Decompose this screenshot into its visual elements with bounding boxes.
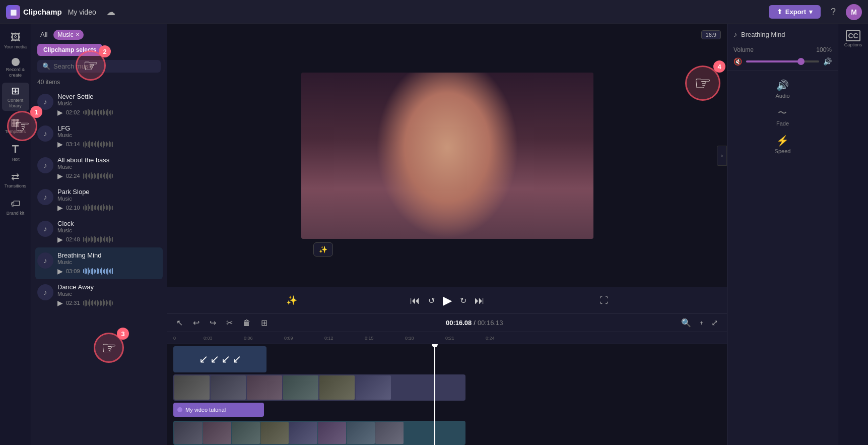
track-clip-arrows[interactable]: ↙ ↙ ↙ ↙ [173,346,266,372]
waveform-1 [83,140,161,148]
track-clip-title[interactable]: My video tutorial [173,403,264,417]
replay5-btn[interactable]: ↺ [428,296,435,305]
waveform-6 [83,299,161,307]
search-input[interactable] [53,62,156,70]
video-thumb-5 [356,375,391,400]
forward5-btn[interactable]: ↻ [460,296,466,305]
record-icon [12,58,20,66]
record-label: Record & create [3,67,28,78]
sidebar-item-text[interactable]: T Text [2,140,29,165]
zoom-in-btn[interactable]: + [696,318,706,328]
search-box: 🔍 [37,60,161,73]
music-duration-1: 03:14 [66,141,80,147]
music-item-all-about-the-bass[interactable]: ♪ All about the bass Music ▶ 02:24 [35,152,163,184]
redo-btn[interactable]: ↪ [207,317,219,329]
fit-timeline-btn[interactable]: ⤢ [708,317,721,329]
music-item-park-slope[interactable]: ♪ Park Slope Music ▶ 02:10 [35,184,163,216]
play-btn-4[interactable]: ▶ [57,235,63,243]
export-button[interactable]: ⬆ Export ▾ [769,5,821,19]
fade-icon: 〜 [778,107,787,119]
music-item-lfg[interactable]: ♪ LFG Music ▶ 03:14 [35,120,163,152]
text-icon: T [12,143,19,156]
filter-music-btn[interactable]: Music ✕ [53,30,83,40]
cursor-tool-btn[interactable]: ↖ [173,317,186,329]
music-item-clock[interactable]: ♪ Clock Music ▶ 02:48 [35,216,163,247]
music-icon-4: ♪ [37,221,53,237]
music-item-breathing-mind[interactable]: ♪ Breathing Mind Music ▶ 03:09 [35,247,163,279]
music-cat-4: Music [57,227,161,233]
timeline-area: ↖ ↩ ↪ ✂ 🗑 ⊞ 00:16.08 / 00:16.13 🔍 + ⤢ [167,314,727,445]
music-duration-2: 02:24 [66,173,80,179]
filter-close-icon[interactable]: ✕ [76,32,80,37]
filter-all-btn[interactable]: All [37,29,50,40]
play-btn-2[interactable]: ▶ [57,172,63,180]
music-name-1: LFG [57,124,161,132]
zoom-controls: 🔍 + ⤢ [678,317,721,329]
play-btn-6[interactable]: ▶ [57,299,63,307]
your-media-label: Your media [4,44,27,50]
cloud-sync-btn[interactable]: ☁ [102,5,119,20]
play-btn-5[interactable]: ▶ [57,267,63,275]
volume-label-row: Volume 100% [733,46,832,53]
sidebar-item-content-library[interactable]: ⊞ Content library [2,83,29,111]
track-audio-bg-clip[interactable] [173,421,465,445]
music-list: ♪ Never Settle Music ▶ 02:02 [31,89,167,445]
play-btn-3[interactable]: ▶ [57,204,63,212]
timeline-tracks: ↙ ↙ ↙ ↙ [167,344,727,445]
search-icon: 🔍 [42,62,50,70]
delete-btn[interactable]: 🗑 [240,317,254,329]
video-thumb-4 [319,375,355,400]
sidebar-item-record[interactable]: Record & create [2,55,29,81]
speed-label: Speed [775,148,791,154]
fade-btn[interactable]: 〜 Fade [772,103,793,131]
cut-btn[interactable]: ✂ [223,317,236,329]
fade-label: Fade [776,120,789,126]
right-panel: ♪ Breathing Mind Volume 100% 🔇 🔊 🔊 A [727,24,838,445]
title-text: My video tutorial [185,407,226,413]
brand-kit-label: Brand kit [7,211,25,216]
music-controls-1: ▶ 03:14 [57,140,161,148]
volume-slider[interactable] [746,60,819,62]
play-btn-1[interactable]: ▶ [57,140,63,148]
music-item-dance-away[interactable]: ♪ Dance Away Music ▶ 02:31 [35,279,163,311]
export-label: Export [785,8,806,16]
magic-tools-btn[interactable]: ✨ [313,242,333,257]
captions-icon: CC [846,30,860,41]
speed-btn[interactable]: ⚡ Speed [771,131,795,158]
sidebar-item-your-media[interactable]: 🖼 Your media [2,28,29,53]
magic-btn[interactable]: ✨ [286,295,297,306]
waveform-2 [83,172,161,180]
help-button[interactable]: ? [827,5,840,19]
more-tools-btn[interactable]: ⊞ [258,317,271,329]
music-name-5: Breathing Mind [57,251,161,259]
music-cat-0: Music [57,100,161,106]
play-pause-btn[interactable]: ▶ [443,293,452,307]
music-info-6: Dance Away Music ▶ 02:31 [57,283,161,307]
video-thumb-0 [174,375,210,400]
templates-icon: ▦ [11,116,20,128]
track-clip-video[interactable] [173,374,465,401]
timeline-collapse-btn[interactable]: › [717,146,727,166]
sidebar-item-templates[interactable]: ▦ Templates [2,113,29,138]
undo-btn[interactable]: ↩ [190,317,203,329]
skip-forward-btn[interactable]: ⏭ [475,295,485,306]
captions-btn[interactable]: CC Captions [840,28,867,51]
sidebar-item-brand-kit[interactable]: 🏷 Brand kit [2,195,29,220]
far-right-sidebar: CC Captions [838,24,868,445]
clipchamp-selects-btn[interactable]: Clipchamp selects [37,44,102,56]
playhead[interactable] [434,344,435,445]
zoom-out-btn[interactable]: 🔍 [678,317,694,329]
fullscreen-btn[interactable]: ⛶ [599,295,609,306]
video-title-btn[interactable]: My video [68,8,96,16]
music-name-3: Park Slope [57,188,161,196]
user-avatar[interactable]: M [846,4,862,20]
track-title: My video tutorial [173,403,721,419]
music-item-never-settle[interactable]: ♪ Never Settle Music ▶ 02:02 [35,89,163,120]
waveform-4 [83,235,161,243]
playback-bar: ✨ ⏮ ↺ ▶ ↻ ⏭ ⛶ [167,287,727,314]
play-btn-0[interactable]: ▶ [57,108,63,116]
video-content [301,73,593,239]
sidebar-item-transitions[interactable]: ⇄ Transitions [2,167,29,193]
skip-back-btn[interactable]: ⏮ [410,295,420,306]
audio-btn[interactable]: 🔊 Audio [771,75,793,103]
